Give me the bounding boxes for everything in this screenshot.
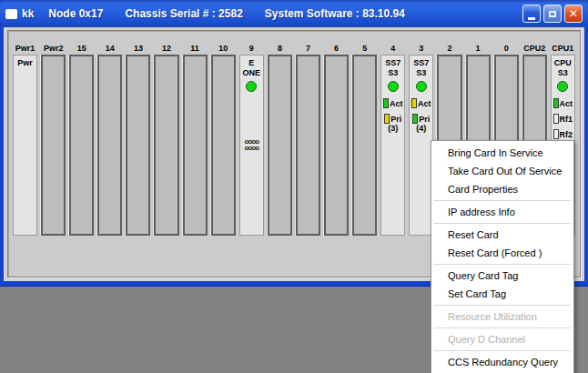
indicator-yellow-icon [384, 114, 390, 124]
menu-item-ip-address-info[interactable]: IP address Info [432, 203, 573, 221]
card-7[interactable] [296, 55, 320, 236]
card-5[interactable] [352, 55, 377, 236]
slot-label: 10 [211, 43, 236, 55]
window-title-software: System Software : 83.10.94 [265, 7, 405, 20]
coil-row: oooo [245, 145, 259, 151]
card-6[interactable] [324, 55, 349, 236]
slot-label: 1 [466, 43, 491, 55]
card-text-line: SS7 [385, 58, 400, 68]
menu-item-resource-utilization: Resource Utilization [432, 307, 573, 326]
indicator-yellow-icon [411, 98, 417, 108]
card-9[interactable]: EONEoooooooo [239, 55, 264, 236]
slot-label: CPU2 [522, 43, 547, 55]
slot-label: Pwr2 [41, 43, 66, 55]
indicator-white-icon [553, 114, 559, 124]
slot-label: 13 [126, 43, 150, 55]
slot-7: 7 [296, 43, 320, 236]
slot-12: 12 [154, 43, 178, 236]
card-text-line: Pwr [17, 58, 33, 68]
card-14[interactable] [97, 55, 122, 236]
card-11[interactable] [183, 55, 208, 236]
card-note: (3) [388, 124, 398, 133]
menu-separator [434, 223, 571, 224]
menu-separator [434, 264, 571, 265]
card-text-line: E [248, 58, 254, 68]
slot-label: Pwr1 [13, 43, 37, 55]
card-pwr2[interactable] [41, 55, 66, 236]
menu-item-reset-card-forced[interactable]: Reset Card (Forced ) [432, 244, 573, 262]
slot-pwr2: Pwr2 [41, 43, 66, 236]
slot-label: 5 [352, 43, 377, 55]
menu-separator [434, 305, 571, 306]
menu-item-ccs-redundancy-query[interactable]: CCS Redundancy Query [432, 353, 573, 371]
card-note: (4) [416, 124, 426, 133]
slot-label: 6 [324, 43, 349, 55]
menu-item-card-properties[interactable]: Card Properties [432, 180, 573, 198]
context-menu: Bring Card In ServiceTake Card Out Of Se… [431, 140, 574, 373]
minimize-icon [528, 17, 535, 20]
menu-item-set-card-tag[interactable]: Set Card Tag [432, 285, 573, 303]
slot-label: 0 [494, 43, 519, 55]
app-icon[interactable] [5, 9, 17, 19]
card-text-line: CPU [554, 58, 572, 68]
maximize-button[interactable] [543, 5, 562, 23]
slot-label: 12 [154, 43, 178, 55]
coil-ports-icon: oooooooo [245, 138, 259, 151]
indicator-row-rf2: Rf2 [553, 129, 573, 139]
slot-5: 5 [352, 43, 377, 236]
card-text-line: S3 [388, 68, 398, 78]
indicator-row-act: Act [411, 98, 431, 108]
slot-pwr1: Pwr1Pwr [13, 43, 37, 236]
maximize-icon [549, 11, 556, 17]
indicator-label: Act [418, 99, 431, 108]
indicator-green-icon [553, 98, 559, 108]
card-15[interactable] [69, 55, 94, 236]
menu-item-query-card-tag[interactable]: Query Card Tag [432, 267, 573, 285]
slot-label: 2 [437, 43, 461, 55]
card-12[interactable] [154, 55, 178, 236]
slot-11: 11 [183, 43, 208, 236]
slot-9: 9EONEoooooooo [239, 43, 264, 236]
slot-13: 13 [126, 43, 150, 236]
slot-10: 10 [211, 43, 236, 236]
card-8[interactable] [268, 55, 292, 236]
slot-4: 4SS7S3ActPri(3) [380, 43, 405, 236]
slot-label: CPU1 [551, 43, 575, 55]
status-led-green [388, 81, 399, 92]
card-13[interactable] [126, 55, 150, 236]
window-title-app: kk [22, 7, 34, 20]
slot-label: 11 [183, 43, 208, 55]
window-title-node: Node 0x17 [48, 7, 103, 20]
card-text-line: S3 [558, 68, 568, 78]
status-led-green [416, 81, 427, 92]
slot-14: 14 [97, 43, 122, 236]
card-text-line: ONE [243, 68, 261, 78]
slot-15: 15 [69, 43, 94, 236]
indicator-label: Pri [390, 115, 401, 124]
indicator-label: Act [390, 99, 403, 108]
indicator-row-pri: Pri [412, 114, 430, 124]
close-icon: ✕ [569, 7, 578, 20]
slot-label: 7 [296, 43, 320, 55]
slot-6: 6 [324, 43, 349, 236]
menu-separator [434, 328, 571, 328]
menu-separator [434, 350, 571, 351]
indicator-green-icon [412, 114, 418, 124]
card-4[interactable]: SS7S3ActPri(3) [380, 55, 405, 236]
slot-label: 3 [409, 43, 433, 55]
indicator-label: Rf2 [560, 130, 573, 139]
indicator-row-rf1: Rf1 [553, 114, 573, 124]
indicator-label: Rf1 [560, 115, 573, 124]
title-bar[interactable]: kk Node 0x17 Chassis Serial # : 2582 Sys… [0, 0, 588, 27]
card-pwr1[interactable]: Pwr [13, 55, 37, 236]
menu-item-query-d-channel: Query D Channel [432, 330, 573, 348]
minimize-button[interactable] [522, 5, 541, 23]
slot-label: 14 [97, 43, 122, 55]
menu-item-bring-card-in-service[interactable]: Bring Card In Service [432, 144, 573, 162]
close-button[interactable]: ✕ [564, 5, 583, 23]
slot-label: 8 [268, 43, 292, 55]
card-10[interactable] [211, 55, 236, 236]
menu-item-reset-card[interactable]: Reset Card [432, 226, 573, 244]
status-led-green [557, 81, 568, 92]
menu-item-take-card-out-of-service[interactable]: Take Card Out Of Service [432, 162, 573, 180]
